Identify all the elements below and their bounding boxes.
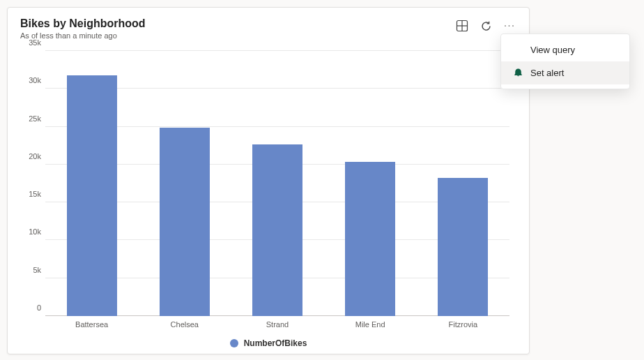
bell-icon xyxy=(512,68,523,78)
grid-icon xyxy=(456,20,468,32)
chart-legend: NumberOfBikes xyxy=(20,338,516,348)
card-title: Bikes by Neighborhood xyxy=(20,17,455,30)
y-tick-label: 25k xyxy=(29,114,41,123)
y-tick-label: 30k xyxy=(29,76,41,84)
x-axis-labels: BatterseaChelseaStrandMile EndFitzrovia xyxy=(45,320,509,329)
legend-swatch xyxy=(230,339,238,347)
bar-mile-end[interactable] xyxy=(345,162,395,316)
y-tick-label: 10k xyxy=(29,227,41,236)
ellipsis-icon: ··· xyxy=(504,20,515,32)
more-options-menu: View query Set alert xyxy=(500,33,630,89)
x-tick-label: Mile End xyxy=(345,320,395,329)
x-tick-label: Chelsea xyxy=(160,320,210,329)
chart-card: Bikes by Neighborhood As of less than a … xyxy=(7,7,530,354)
legend-label: NumberOfBikes xyxy=(244,338,307,348)
menu-item-set-alert[interactable]: Set alert xyxy=(501,61,629,84)
x-tick-label: Battersea xyxy=(67,320,117,329)
title-block: Bikes by Neighborhood As of less than a … xyxy=(20,17,455,40)
bar-fitzrovia[interactable] xyxy=(438,178,488,316)
refresh-button[interactable] xyxy=(479,19,493,33)
explore-data-button[interactable] xyxy=(455,19,469,33)
y-tick-label: 15k xyxy=(29,190,41,198)
chart-bars xyxy=(45,51,509,316)
bar-battersea[interactable] xyxy=(67,75,117,316)
menu-item-view-query[interactable]: View query xyxy=(501,38,629,61)
x-tick-label: Strand xyxy=(252,320,302,329)
menu-item-label: Set alert xyxy=(530,68,564,78)
refresh-icon xyxy=(480,20,492,32)
bar-strand[interactable] xyxy=(252,144,302,316)
menu-item-label: View query xyxy=(530,45,575,55)
card-subtitle: As of less than a minute ago xyxy=(20,31,455,40)
x-tick-label: Fitzrovia xyxy=(438,320,488,329)
y-tick-label: 35k xyxy=(29,38,41,47)
y-tick-label: 20k xyxy=(29,152,41,160)
y-tick-label: 5k xyxy=(33,266,41,274)
bar-chelsea[interactable] xyxy=(160,128,210,316)
y-tick-label: 0 xyxy=(37,303,41,312)
y-axis: 05k10k15k20k25k30k35k xyxy=(20,51,45,316)
more-options-button[interactable]: ··· xyxy=(503,19,516,33)
chart-plot-area: 05k10k15k20k25k30k35k xyxy=(45,51,509,316)
card-header: Bikes by Neighborhood As of less than a … xyxy=(20,17,516,40)
card-toolbar: ··· xyxy=(455,17,516,33)
